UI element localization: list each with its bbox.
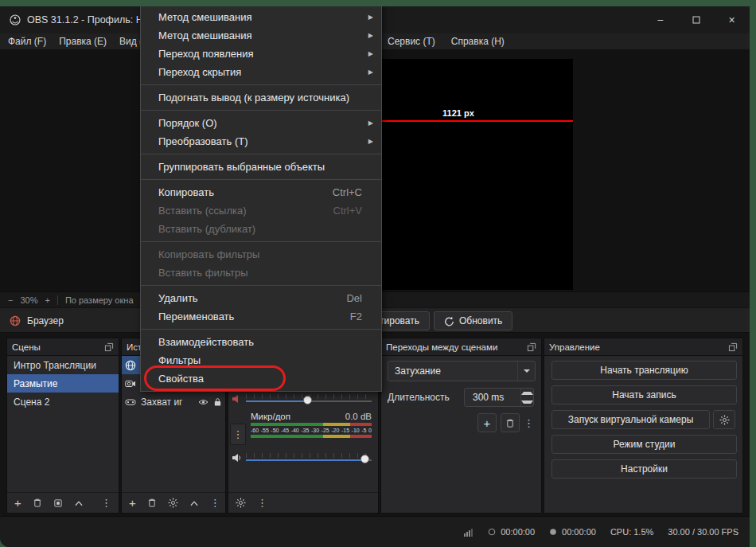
remove-source-icon[interactable]: [147, 498, 157, 508]
fps-counter: 30.00 / 30.00 FPS: [668, 527, 738, 537]
menu-item-copy-filters[interactable]: Копировать фильтры: [141, 245, 381, 264]
transitions-dock: Переходы между сценами Затухание Длитель…: [380, 338, 542, 514]
maximize-icon[interactable]: [678, 6, 714, 33]
transition-select[interactable]: Затухание: [388, 361, 536, 381]
menu-item-copy[interactable]: КопироватьCtrl+C: [141, 183, 381, 201]
menu-edit[interactable]: Правка (Е): [59, 36, 107, 47]
menu-item-label: Вставить фильтры: [158, 267, 248, 279]
mixer-channel-menu[interactable]: ⋮: [230, 424, 246, 445]
add-transition-button[interactable]: +: [477, 413, 497, 432]
duration-spinner[interactable]: 300 ms: [464, 388, 534, 407]
menu-item-paste-reference[interactable]: Вставить (ссылка)Ctrl+V: [141, 201, 381, 220]
menu-item-shortcut: Del: [346, 292, 373, 304]
lock-icon[interactable]: [213, 397, 222, 407]
settings-button[interactable]: Настройки: [551, 459, 737, 479]
scene-item[interactable]: Интро Трансляции: [7, 356, 119, 374]
scale-tick: -35: [301, 427, 309, 434]
scenes-more-icon[interactable]: ⋮: [101, 498, 111, 508]
menu-item-resize-output[interactable]: Подогнать вывод (к размеру источника): [141, 88, 381, 107]
menu-service[interactable]: Сервис (T): [388, 36, 435, 47]
submenu-arrow-icon: ▶: [362, 119, 373, 127]
menu-item-order[interactable]: Порядок (O)▶: [141, 114, 381, 132]
move-up-icon[interactable]: [74, 499, 84, 507]
scene-item-selected[interactable]: Размытие: [7, 374, 119, 393]
obs-window: OBS 31.1.2 - Профиль: Новый − × Файл (F)…: [0, 6, 750, 547]
menu-item-hide-transition[interactable]: Переход скрытия▶: [141, 63, 381, 81]
menu-item-show-transition[interactable]: Переход появления▶: [141, 45, 381, 63]
popout-icon[interactable]: [527, 342, 536, 352]
spinner-down-icon[interactable]: [521, 397, 533, 406]
remove-scene-icon[interactable]: [33, 498, 42, 508]
menu-item-delete[interactable]: УдалитьDel: [141, 289, 381, 307]
menu-item-rename[interactable]: ПереименоватьF2: [141, 307, 381, 326]
volume-slider[interactable]: [246, 451, 372, 464]
speaker-muted-icon[interactable]: [232, 394, 242, 404]
menu-item-blending-method[interactable]: Метод смешивания▶: [141, 26, 381, 45]
source-properties-gear-icon[interactable]: [168, 498, 178, 508]
mixer-toolbar: ⋮: [228, 492, 378, 513]
spinner-up-icon[interactable]: [521, 389, 533, 397]
zoom-in-icon[interactable]: +: [45, 295, 49, 305]
move-up-icon[interactable]: [189, 499, 199, 507]
chevron-down-icon: [517, 361, 535, 381]
menu-item-paste-filters[interactable]: Вставить фильтры: [141, 264, 381, 282]
transition-select-value: Затухание: [388, 365, 441, 377]
guide-width-label: 1121 px: [439, 108, 477, 118]
menu-item-paste-duplicate[interactable]: Вставить (дубликат): [141, 220, 381, 238]
controls-dock: Управление Начать трансляцию Начать запи…: [544, 338, 743, 514]
menu-item-label: Порядок (O): [158, 117, 217, 129]
obs-logo-icon: [10, 14, 21, 25]
menu-item-label: Вставить (ссылка): [158, 205, 247, 217]
popout-icon[interactable]: [104, 342, 114, 352]
virtual-camera-button[interactable]: Запуск виртуальной камеры: [551, 410, 710, 429]
menu-item-blending-method[interactable]: Метод смешивания▶: [141, 8, 381, 26]
menu-separator: [141, 179, 381, 180]
virtual-camera-gear-button[interactable]: [713, 410, 735, 429]
menu-item-transform[interactable]: Преобразовать (T)▶: [141, 132, 381, 150]
slider-handle[interactable]: [303, 396, 312, 404]
slider-handle[interactable]: [360, 455, 369, 463]
mixer-gear-icon[interactable]: [236, 498, 246, 508]
menu-item-label: Удалить: [158, 292, 198, 304]
menu-item-interact[interactable]: Взаимодействовать: [141, 333, 381, 351]
source-name-label: Браузер: [27, 315, 64, 326]
minimize-icon[interactable]: −: [642, 6, 678, 33]
mixer-channel-label-row: Микр/доп 0.0 dB: [251, 410, 372, 423]
mixer-slider-row-1: [232, 391, 372, 407]
menu-item-label: Подогнать вывод (к размеру источника): [158, 92, 349, 104]
record-time: 00:00:00: [562, 527, 596, 537]
transitions-more-icon[interactable]: ⋮: [524, 418, 534, 428]
mixer-slider-row-2: [232, 450, 372, 466]
menu-item-label: Метод смешивания: [158, 29, 252, 41]
sources-more-icon[interactable]: ⋮: [210, 498, 220, 508]
mixer-more-icon[interactable]: ⋮: [257, 498, 267, 508]
controls-dock-header: Управление: [544, 338, 742, 356]
zoom-value: 30%: [20, 295, 37, 305]
menu-help[interactable]: Справка (H): [451, 36, 505, 47]
network-bars-icon: [464, 527, 473, 537]
menu-file[interactable]: Файл (F): [8, 36, 46, 47]
add-source-icon[interactable]: +: [129, 497, 136, 509]
fit-window-label[interactable]: По размеру окна: [65, 295, 134, 305]
eye-icon[interactable]: [198, 398, 208, 406]
source-item-game-capture[interactable]: Захват иг: [122, 393, 225, 411]
add-scene-icon[interactable]: +: [14, 497, 21, 509]
volume-slider[interactable]: [246, 393, 372, 405]
studio-mode-button[interactable]: Режим студии: [551, 435, 737, 454]
refresh-button[interactable]: Обновить: [434, 311, 512, 330]
refresh-icon: [444, 316, 454, 326]
remove-transition-button[interactable]: [501, 413, 520, 432]
menu-item-group-selected[interactable]: Группировать выбранные объекты: [141, 158, 381, 176]
scene-item[interactable]: Сцена 2: [7, 393, 119, 411]
scenes-dock-header: Сцены: [7, 338, 119, 356]
transitions-dock-header: Переходы между сценами: [381, 338, 541, 356]
scene-filters-icon[interactable]: [53, 498, 63, 508]
close-icon[interactable]: ×: [714, 6, 750, 33]
start-recording-button[interactable]: Начать запись: [551, 385, 737, 404]
zoom-out-icon[interactable]: −: [8, 295, 13, 305]
popout-icon[interactable]: [728, 342, 738, 352]
speaker-icon[interactable]: [232, 453, 242, 463]
start-streaming-button[interactable]: Начать трансляцию: [551, 361, 737, 380]
mixer-channel-name: Микр/доп: [251, 412, 290, 421]
menu-item-shortcut: Ctrl+C: [333, 186, 373, 198]
